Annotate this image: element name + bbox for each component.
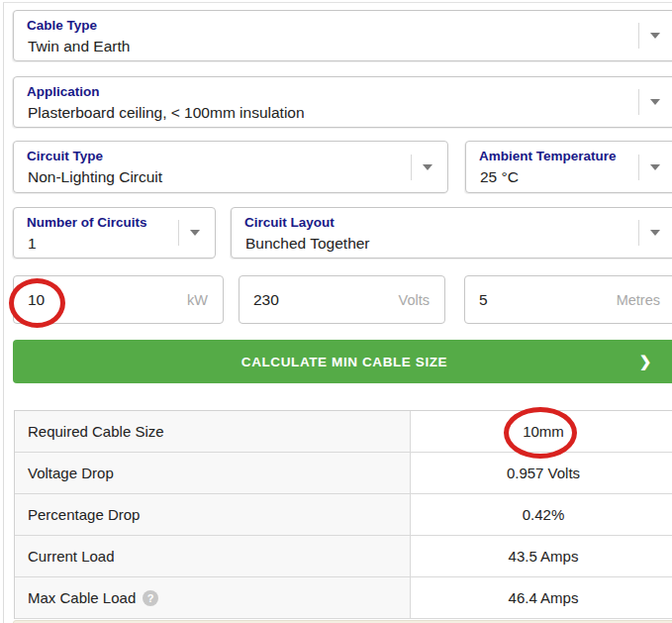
ambient-temperature-select[interactable]: Ambient Temperature 25 °C — [465, 141, 672, 193]
power-unit-label: kW — [187, 292, 208, 308]
circuit-layout-label: Circuit Layout — [244, 215, 335, 230]
table-row: Percentage Drop 0.42% — [15, 494, 672, 536]
circuit-type-label: Circuit Type — [27, 149, 103, 163]
voltage-field-box: Volts — [239, 275, 445, 324]
application-value: Plasterboard ceiling, < 100mm insulation — [28, 104, 305, 122]
cable-type-value: Twin and Earth — [28, 38, 130, 55]
length-field-box: Metres — [464, 275, 672, 324]
circuit-layout-value: Bunched Together — [245, 235, 370, 253]
circuit-layout-select[interactable]: Circuit Layout Bunched Together — [231, 207, 672, 259]
calculate-button-label: CALCULATE MIN CABLE SIZE — [241, 355, 447, 369]
percentage-drop-label: Percentage Drop — [15, 494, 411, 535]
table-row: Voltage Drop 0.957 Volts — [15, 453, 672, 494]
chevron-down-icon[interactable] — [423, 164, 432, 170]
chevron-down-icon[interactable] — [650, 164, 660, 170]
divider — [178, 220, 179, 246]
max-cable-load-value: 46.4 Amps — [411, 577, 672, 618]
ambient-temperature-label: Ambient Temperature — [479, 149, 617, 163]
cable-type-label: Cable Type — [27, 18, 97, 33]
help-icon[interactable]: ? — [143, 590, 158, 606]
application-select[interactable]: Application Plasterboard ceiling, < 100m… — [13, 76, 672, 128]
chevron-right-icon: ❯ — [639, 353, 652, 370]
number-of-circuits-label: Number of Circuits — [27, 215, 147, 230]
max-cable-load-label: Max Cable Load ? — [15, 577, 411, 618]
required-cable-size-value: 10mm — [411, 411, 672, 452]
chevron-down-icon[interactable] — [650, 33, 660, 39]
application-label: Application — [27, 84, 100, 99]
percentage-drop-value: 0.42% — [411, 494, 672, 535]
number-of-circuits-select[interactable]: Number of Circuits 1 — [13, 207, 216, 259]
voltage-input[interactable] — [240, 276, 383, 323]
length-input[interactable] — [465, 276, 612, 323]
current-load-value: 43.5 Amps — [411, 536, 672, 576]
number-of-circuits-value: 1 — [28, 235, 37, 253]
power-input[interactable] — [14, 276, 160, 323]
divider — [638, 155, 639, 180]
voltage-unit-label: Volts — [399, 292, 430, 308]
voltage-drop-label: Voltage Drop — [15, 453, 411, 493]
power-field-box: kW — [13, 275, 224, 324]
results-table: Required Cable Size 10mm Voltage Drop 0.… — [14, 410, 672, 619]
table-row: Required Cable Size 10mm — [15, 411, 672, 453]
table-row: Max Cable Load ? 46.4 Amps — [15, 577, 672, 619]
chevron-down-icon[interactable] — [650, 99, 660, 105]
divider — [638, 220, 639, 246]
table-row: Current Load 43.5 Amps — [15, 536, 672, 577]
voltage-drop-value: 0.957 Volts — [411, 453, 672, 493]
required-cable-size-label: Required Cable Size — [15, 411, 411, 452]
circuit-type-select[interactable]: Circuit Type Non-Lighting Circuit — [13, 141, 448, 193]
max-cable-load-text: Max Cable Load — [28, 589, 136, 606]
current-load-label: Current Load — [15, 536, 411, 576]
divider — [411, 155, 412, 180]
calculate-button[interactable]: CALCULATE MIN CABLE SIZE ❯ — [13, 340, 672, 383]
circuit-type-value: Non-Lighting Circuit — [28, 168, 162, 186]
chevron-down-icon[interactable] — [190, 230, 200, 236]
chevron-down-icon[interactable] — [650, 230, 660, 236]
cable-type-select[interactable]: Cable Type Twin and Earth — [13, 10, 672, 61]
divider — [638, 23, 639, 49]
divider — [638, 89, 639, 115]
length-unit-label: Metres — [617, 292, 660, 308]
ambient-temperature-value: 25 °C — [480, 168, 519, 186]
